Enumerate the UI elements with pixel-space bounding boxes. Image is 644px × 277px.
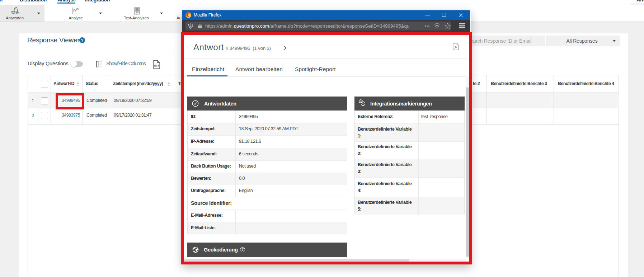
svg-text:XLS: XLS <box>154 65 160 68</box>
